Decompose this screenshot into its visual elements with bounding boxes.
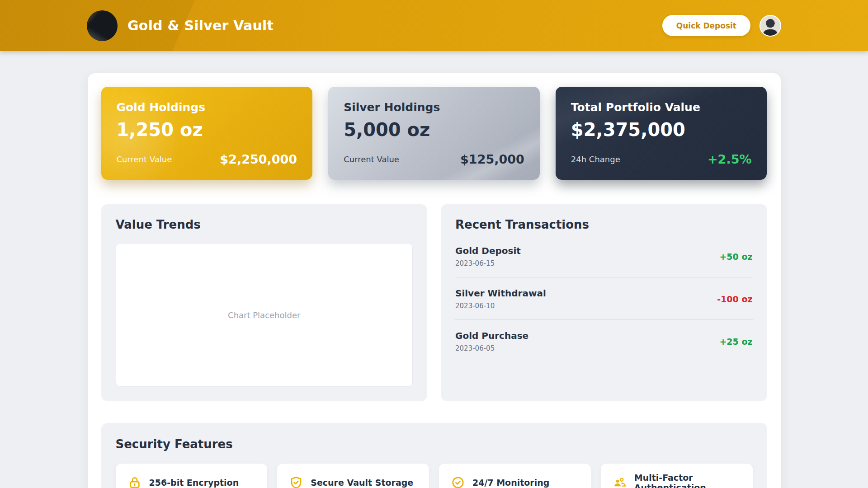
transaction-row[interactable]: Gold Deposit 2023-06-15 +50 oz (455, 235, 753, 277)
shield-check-icon (289, 476, 303, 488)
transactions-list: Gold Deposit 2023-06-15 +50 oz Silver Wi… (455, 235, 753, 362)
stat-amount: $2,375,000 (571, 119, 752, 140)
stat-value-change: +2.5% (708, 152, 752, 166)
stat-title: Gold Holdings (117, 101, 297, 114)
security-card-label: 256-bit Encryption (149, 478, 239, 488)
header-left: Gold & Silver Vault (87, 10, 274, 41)
transaction-name: Gold Deposit (455, 245, 521, 256)
transaction-date: 2023-06-10 (455, 302, 546, 310)
stat-label: Current Value (117, 155, 172, 164)
security-card-label: Secure Vault Storage (311, 478, 413, 488)
stat-title: Silver Holdings (344, 101, 524, 114)
security-card-vault-storage: Secure Vault Storage (277, 464, 429, 488)
security-card-mfa: Multi-Factor Authentication (601, 464, 753, 488)
security-cards-row: 256-bit Encryption Secure Vault Storage (116, 464, 753, 488)
gold-holdings-card: Gold Holdings 1,250 oz Current Value $2,… (101, 87, 313, 180)
transaction-amount: +25 oz (719, 337, 752, 347)
transaction-amount: -100 oz (717, 294, 752, 304)
stat-label: Current Value (344, 155, 399, 164)
silver-holdings-card: Silver Holdings 5,000 oz Current Value $… (328, 87, 540, 180)
main-content-card: Gold Holdings 1,250 oz Current Value $2,… (88, 73, 781, 488)
value-trends-title: Value Trends (116, 218, 413, 231)
stat-title: Total Portfolio Value (571, 101, 752, 114)
security-card-label: 24/7 Monitoring (472, 478, 549, 488)
lock-icon (128, 476, 142, 488)
stat-value: $125,000 (460, 152, 524, 166)
app-logo (87, 10, 118, 41)
stat-label: 24h Change (571, 155, 620, 164)
transaction-name: Silver Withdrawal (455, 288, 546, 299)
transaction-name: Gold Purchase (455, 330, 528, 341)
recent-transactions-panel: Recent Transactions Gold Deposit 2023-06… (441, 204, 767, 401)
transaction-date: 2023-06-15 (455, 259, 521, 267)
panels-row: Value Trends Chart Placeholder Recent Tr… (101, 204, 767, 401)
security-features-title: Security Features (116, 437, 753, 451)
clock-check-icon (451, 476, 465, 488)
stats-row: Gold Holdings 1,250 oz Current Value $2,… (101, 87, 767, 180)
quick-deposit-button[interactable]: Quick Deposit (662, 15, 750, 36)
value-trends-panel: Value Trends Chart Placeholder (101, 204, 428, 401)
app-header: Gold & Silver Vault Quick Deposit (0, 0, 868, 51)
total-portfolio-card: Total Portfolio Value $2,375,000 24h Cha… (556, 87, 767, 180)
transaction-row[interactable]: Silver Withdrawal 2023-06-10 -100 oz (455, 277, 753, 320)
header-right: Quick Deposit (662, 15, 781, 37)
chart-area: Chart Placeholder (116, 243, 413, 387)
user-avatar[interactable] (760, 15, 781, 37)
transaction-date: 2023-06-05 (455, 344, 528, 352)
users-icon (613, 476, 627, 488)
stat-amount: 1,250 oz (117, 119, 297, 140)
transaction-amount: +50 oz (719, 252, 752, 262)
security-card-monitoring: 24/7 Monitoring (439, 464, 591, 488)
security-features-panel: Security Features 256-bit Encryption (101, 423, 767, 488)
chart-placeholder-text: Chart Placeholder (228, 310, 300, 320)
stat-value: $2,250,000 (220, 152, 297, 166)
security-card-encryption: 256-bit Encryption (116, 464, 268, 488)
stat-amount: 5,000 oz (344, 119, 524, 140)
transaction-row[interactable]: Gold Purchase 2023-06-05 +25 oz (455, 320, 753, 362)
page-title: Gold & Silver Vault (127, 18, 274, 33)
security-card-label: Multi-Factor Authentication (634, 473, 741, 488)
recent-transactions-title: Recent Transactions (455, 218, 753, 231)
